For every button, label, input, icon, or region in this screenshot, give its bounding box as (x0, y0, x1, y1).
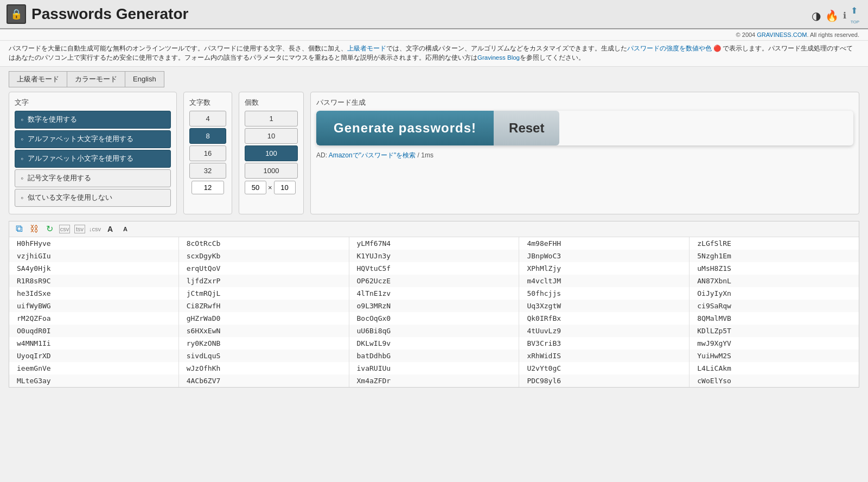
count-custom-input1[interactable] (245, 181, 266, 194)
csv-file-icon[interactable]: csv (59, 225, 70, 233)
password-cell[interactable]: BV3CriB3 (519, 337, 690, 350)
count-custom-input2[interactable] (274, 181, 296, 194)
length-8[interactable]: 8 (189, 128, 226, 144)
password-cell[interactable]: Qk0IRfBx (519, 312, 690, 325)
link-icon[interactable]: ⛓ (29, 225, 40, 233)
blog-link[interactable]: Graviness Blog (477, 54, 520, 61)
password-cell[interactable]: 8QMalMVB (690, 312, 859, 325)
advanced-mode-button[interactable]: 上級者モード (9, 71, 67, 87)
length-4[interactable]: 4 (189, 111, 226, 126)
count-1[interactable]: 1 (245, 111, 298, 126)
advanced-mode-link[interactable]: 上級者モード (347, 45, 386, 52)
chars-symbols[interactable]: ◦ 記号文字を使用する (15, 169, 171, 187)
password-cell[interactable]: zLGfSlRE (690, 237, 859, 250)
password-cell[interactable]: OiJyIyXn (690, 287, 859, 300)
password-cell[interactable]: cWoElYso (690, 375, 859, 387)
password-cell[interactable]: ieemGnVe (9, 362, 178, 375)
password-cell[interactable]: O0uqdR0I (9, 325, 178, 337)
password-cell[interactable]: erqUtQoV (178, 262, 349, 275)
password-cell[interactable]: MLteG3ay (9, 375, 178, 387)
password-cell[interactable]: YuiHwM2S (690, 350, 859, 362)
password-cell[interactable]: m4vcltJM (519, 275, 690, 287)
password-cell[interactable]: BocOqGx0 (349, 312, 519, 325)
tsv-file-icon[interactable]: tsv (74, 225, 85, 233)
chars-upper[interactable]: ◦ アルファベット大文字を使用する (15, 130, 171, 148)
password-cell[interactable]: s6HXxEwN (178, 325, 349, 337)
password-cell[interactable]: ci9SaRqw (690, 300, 859, 312)
password-cell[interactable]: jCtmRQjL (178, 287, 349, 300)
password-cell[interactable]: rM2QZFoa (9, 312, 178, 325)
generate-section: パスワード生成 Generate passwords! Reset AD: Am… (310, 92, 859, 214)
password-cell[interactable]: AN87XbnL (690, 275, 859, 287)
count-10[interactable]: 10 (245, 128, 298, 144)
password-cell[interactable]: JBnpWoC3 (519, 250, 690, 262)
password-cell[interactable]: 4tUuvLz9 (519, 325, 690, 337)
color-mode-button[interactable]: カラーモード (67, 71, 125, 87)
password-cell[interactable]: 5Nzgh1Em (690, 250, 859, 262)
download-csv-icon[interactable]: ↓csv (90, 225, 100, 233)
info-icon[interactable]: ℹ (843, 10, 846, 21)
length-16[interactable]: 16 (189, 145, 226, 161)
graviness-link[interactable]: GRAVINESS.COM (757, 31, 807, 38)
password-cell[interactable]: H0hFHyve (9, 237, 178, 250)
password-cell[interactable]: UyoqIrXD (9, 350, 178, 362)
password-cell[interactable]: uifWyBWG (9, 300, 178, 312)
length-custom-input[interactable] (192, 181, 224, 194)
font-small-icon[interactable]: A (120, 225, 131, 233)
reset-button[interactable]: Reset (494, 111, 559, 145)
count-100[interactable]: 100 (245, 145, 298, 161)
password-cell[interactable]: Ci8ZRwfH (178, 300, 349, 312)
password-cell[interactable]: mwJ9XgYV (690, 337, 859, 350)
password-cell[interactable]: ivaRUIUu (349, 362, 519, 375)
password-cell[interactable]: OP62UczE (349, 275, 519, 287)
font-large-icon[interactable]: A (105, 225, 116, 233)
password-cell[interactable]: he3IdSxe (9, 287, 178, 300)
password-cell[interactable]: DKLwIL9v (349, 337, 519, 350)
password-cell[interactable]: uU6Bi8qG (349, 325, 519, 337)
password-cell[interactable]: R1R8sR9C (9, 275, 178, 287)
password-cell[interactable]: HQVtuC5f (349, 262, 519, 275)
chars-numbers[interactable]: ◦ 数字を使用する (15, 111, 171, 129)
length-32[interactable]: 32 (189, 163, 226, 179)
password-cell[interactable]: 8cOtRcCb (178, 237, 349, 250)
password-cell[interactable]: Uq3XzgtW (519, 300, 690, 312)
strength-link[interactable]: パスワードの強度を数値や色 (627, 45, 712, 52)
password-cell[interactable]: gHZrWaD0 (178, 312, 349, 325)
flame-icon[interactable]: 🔥 (825, 9, 839, 22)
password-cell[interactable]: 4m98eFHH (519, 237, 690, 250)
password-cell[interactable]: 50fhcjjs (519, 287, 690, 300)
password-cell[interactable]: sivdLquS (178, 350, 349, 362)
password-cell[interactable]: K1YUJn3y (349, 250, 519, 262)
top-icon[interactable]: ⬆TOP (851, 5, 859, 26)
password-cell[interactable]: uMsH8Z1S (690, 262, 859, 275)
password-cell[interactable]: batDdhbG (349, 350, 519, 362)
password-cell[interactable]: vzjhiGIu (9, 250, 178, 262)
password-cell[interactable]: Xm4aZFDr (349, 375, 519, 387)
generate-button[interactable]: Generate passwords! (316, 111, 494, 145)
password-cell[interactable]: 4ACb6ZV7 (178, 375, 349, 387)
password-cell[interactable]: KDlLZp5T (690, 325, 859, 337)
password-cell[interactable]: w4MNM1Ii (9, 337, 178, 350)
ad-link[interactable]: Amazonで"パスワード"を検索 (329, 151, 416, 159)
password-cell[interactable]: 4lTnE1zv (349, 287, 519, 300)
count-1000[interactable]: 1000 (245, 163, 298, 179)
chars-lower[interactable]: ◦ アルファベット小文字を使用する (15, 150, 171, 168)
password-cell[interactable]: PDC98yl6 (519, 375, 690, 387)
password-cell[interactable]: ljfdZxrP (178, 275, 349, 287)
password-cell[interactable]: SA4y0Hjk (9, 262, 178, 275)
copy-icon[interactable]: ⧉ (14, 225, 24, 233)
refresh-icon[interactable]: ↻ (44, 225, 55, 233)
password-cell[interactable]: U2vYt0gC (519, 362, 690, 375)
password-cell[interactable]: yLMf67N4 (349, 237, 519, 250)
password-cell[interactable]: xRhWidIS (519, 350, 690, 362)
password-cell[interactable]: ry0KzONB (178, 337, 349, 350)
password-cell[interactable]: L4LiCAkm (690, 362, 859, 375)
theme-half-icon[interactable]: ◑ (812, 9, 821, 22)
password-cell[interactable]: scxDgyKb (178, 250, 349, 262)
password-cell[interactable]: XPhMlZjy (519, 262, 690, 275)
chars-nosimilar[interactable]: ◦ 似ている文字を使用しない (15, 189, 171, 207)
chars-label: 文字 (15, 98, 171, 107)
password-cell[interactable]: o9L3MRzN (349, 300, 519, 312)
english-mode-button[interactable]: English (125, 71, 164, 87)
password-cell[interactable]: wJzOfhKh (178, 362, 349, 375)
